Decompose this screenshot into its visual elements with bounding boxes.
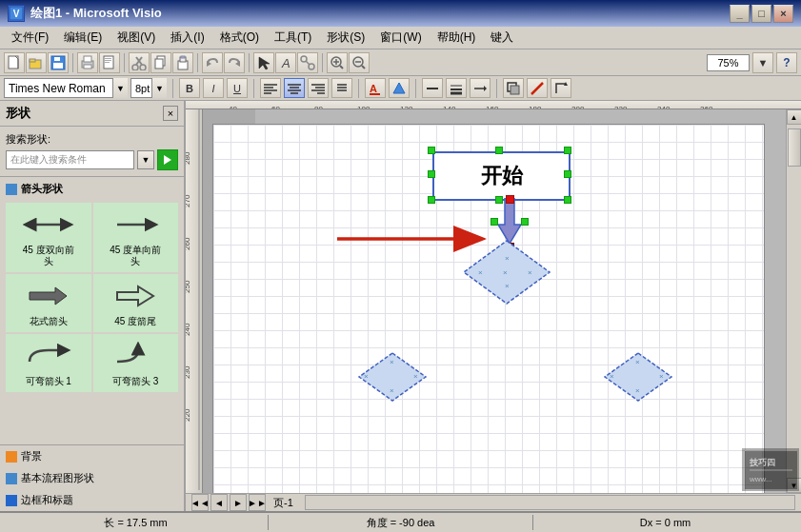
shape-start-text: 开始 — [481, 162, 523, 190]
svg-text:×: × — [503, 268, 508, 277]
svg-text:×: × — [659, 372, 664, 381]
svg-line-34 — [340, 66, 343, 69]
minimize-button[interactable]: _ — [730, 5, 750, 23]
tb-zoom-in[interactable] — [327, 52, 348, 73]
menu-type[interactable]: 键入 — [483, 28, 521, 48]
tb-save[interactable] — [48, 52, 69, 73]
shape-diamond-r[interactable]: × × × × — [600, 351, 676, 404]
page-label[interactable]: 页-1 — [268, 496, 299, 510]
maximize-button[interactable]: □ — [751, 5, 771, 23]
italic-button[interactable]: I — [203, 78, 224, 98]
sidebar-item-background[interactable]: 背景 — [0, 445, 184, 467]
format-bar: Times New Roman ▼ 8pt ▼ B I U A — [0, 76, 801, 101]
sidebar-item-basic-flowchart[interactable]: 基本流程图形状 — [0, 467, 184, 489]
shape-45-arrow-tail[interactable]: 45 度箭尾 — [93, 274, 179, 332]
shape-flex-arrow-1[interactable]: 可弯箭头 1 — [6, 334, 91, 392]
connector-style[interactable] — [551, 78, 571, 98]
shape-start-rect[interactable]: 开始 — [432, 151, 571, 201]
shape-45-double-arrow[interactable]: 45 度双向前头 — [6, 203, 91, 272]
svg-rect-13 — [105, 60, 111, 61]
tb-help[interactable]: ? — [776, 52, 797, 73]
menu-view[interactable]: 视图(V) — [110, 28, 163, 48]
nav-next-button[interactable]: ► — [230, 494, 247, 511]
tb-undo[interactable] — [202, 52, 223, 73]
svg-point-18 — [140, 65, 146, 70]
svg-text:A: A — [281, 56, 290, 70]
tb-cut[interactable] — [129, 52, 150, 73]
svg-marker-25 — [235, 61, 240, 67]
search-input[interactable]: 在此键入搜索条件 — [6, 150, 134, 169]
tb-print[interactable] — [77, 52, 98, 73]
shape-45-single-arrow[interactable]: 45 度单向前头 — [93, 203, 179, 272]
svg-line-64 — [531, 83, 543, 94]
horizontal-scrollbar[interactable] — [305, 495, 795, 510]
bold-button[interactable]: B — [179, 78, 200, 98]
underline-button[interactable]: U — [227, 78, 248, 98]
font-color[interactable]: A — [365, 78, 386, 98]
sidebar-close-button[interactable]: × — [163, 106, 178, 121]
font-name-input[interactable]: Times New Roman — [4, 78, 128, 98]
search-go-button[interactable] — [157, 149, 178, 170]
nav-last-button[interactable]: ►► — [249, 494, 266, 511]
arrow-shapes-header[interactable]: 箭头形状 — [4, 179, 180, 199]
line-style[interactable] — [422, 78, 443, 98]
shape-label-fancy-arrow: 花式箭头 — [30, 316, 68, 327]
svg-text:×: × — [528, 268, 532, 277]
nav-prev-button[interactable]: ◄ — [210, 494, 228, 511]
format-sep1 — [172, 79, 173, 98]
watermark: 技巧四 www... — [742, 448, 799, 491]
shape-label-arrow-tail: 45 度箭尾 — [114, 316, 156, 327]
line-color[interactable] — [527, 78, 548, 98]
font-size-dropdown[interactable]: ▼ — [151, 78, 167, 98]
shape-fancy-arrow[interactable]: 花式箭头 — [6, 274, 91, 332]
tb-connect[interactable] — [297, 52, 318, 73]
menu-help[interactable]: 帮助(H) — [430, 28, 484, 48]
align-right[interactable] — [308, 78, 329, 98]
tb-zoom-out[interactable] — [349, 52, 370, 73]
toolbar-sep4 — [249, 53, 250, 72]
svg-marker-92 — [498, 198, 521, 244]
svg-text:×: × — [505, 282, 510, 290]
app-icon: V — [8, 5, 25, 22]
fill-color[interactable] — [389, 78, 410, 98]
line-weight[interactable] — [446, 78, 467, 98]
shape-flex-arrow-3[interactable]: 可弯箭头 3 — [93, 334, 179, 392]
menu-format[interactable]: 格式(O) — [212, 28, 267, 48]
sidebar-item-borders[interactable]: 边框和标题 — [0, 489, 184, 511]
align-left[interactable] — [260, 78, 281, 98]
svg-line-37 — [362, 66, 365, 69]
tb-redo[interactable] — [224, 52, 245, 73]
title-bar: V 绘图1 - Microsoft Visio _ □ × — [0, 0, 801, 27]
svg-text:×: × — [390, 358, 394, 366]
menu-window[interactable]: 窗口(W) — [372, 28, 429, 48]
drawing-canvas[interactable]: 开始 — [203, 109, 801, 493]
svg-text:V: V — [13, 9, 20, 19]
search-dropdown-button[interactable]: ▼ — [137, 150, 154, 169]
menu-file[interactable]: 文件(F) — [4, 28, 56, 48]
search-go-icon — [164, 155, 171, 165]
shadow[interactable] — [503, 78, 524, 98]
scroll-thumb[interactable] — [788, 128, 801, 167]
tb-text[interactable]: A — [275, 52, 296, 73]
font-name-dropdown[interactable]: ▼ — [112, 78, 128, 98]
line-ends[interactable] — [470, 78, 491, 98]
tb-copy[interactable] — [150, 52, 171, 73]
menu-shapes[interactable]: 形状(S) — [319, 28, 372, 48]
tb-paste[interactable] — [172, 52, 193, 73]
close-button[interactable]: × — [773, 5, 793, 23]
vertical-scrollbar[interactable]: ▲ ▼ — [786, 109, 801, 493]
shape-diamond-bl[interactable]: × × × × — [354, 351, 431, 404]
zoom-dropdown[interactable]: ▼ — [752, 52, 773, 73]
tb-preview[interactable] — [99, 52, 120, 73]
scroll-up-button[interactable]: ▲ — [787, 109, 802, 125]
zoom-level[interactable]: 75% — [707, 54, 750, 71]
tb-open[interactable] — [26, 52, 47, 73]
nav-first-button[interactable]: ◄◄ — [191, 494, 209, 511]
tb-pointer[interactable] — [253, 52, 274, 73]
align-justify[interactable] — [331, 78, 352, 98]
menu-tools[interactable]: 工具(T) — [267, 28, 319, 48]
menu-edit[interactable]: 编辑(E) — [56, 28, 110, 48]
menu-insert[interactable]: 插入(I) — [163, 28, 211, 48]
tb-new[interactable] — [4, 52, 25, 73]
align-center[interactable] — [284, 78, 305, 98]
